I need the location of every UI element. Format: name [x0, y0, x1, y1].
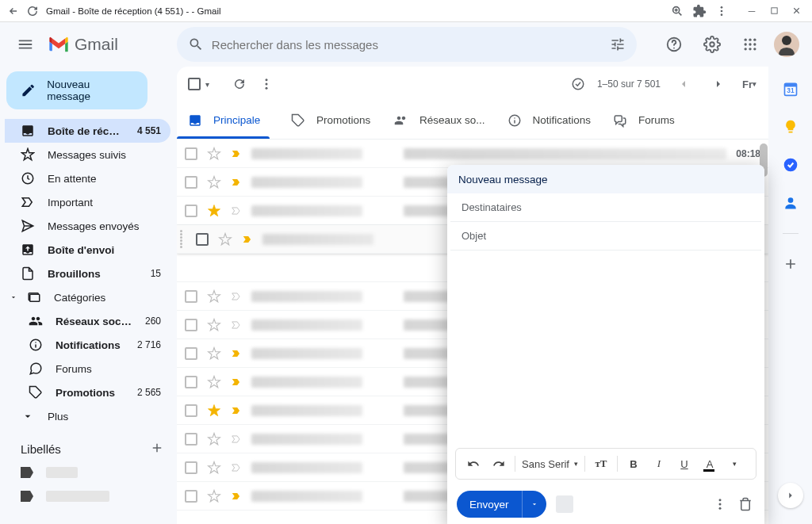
tab-primary[interactable]: Principale	[177, 101, 280, 139]
row-checkbox[interactable]	[185, 433, 197, 446]
important-toggle[interactable]	[231, 491, 242, 502]
important-toggle[interactable]	[231, 348, 242, 359]
search-input[interactable]	[212, 38, 610, 52]
important-toggle[interactable]	[231, 377, 242, 388]
star-toggle[interactable]	[207, 375, 221, 389]
row-checkbox[interactable]	[185, 147, 197, 160]
keep-addon[interactable]	[783, 119, 799, 135]
reload-button[interactable]	[25, 4, 40, 18]
select-all-checkbox[interactable]	[188, 78, 201, 90]
mail-row[interactable]: 08:18	[177, 140, 768, 168]
sidebar-item-outbox[interactable]: Boîte d'envoi	[5, 238, 170, 262]
sidebar-item-updates[interactable]: Notifications 2 716	[5, 333, 170, 357]
row-checkbox[interactable]	[185, 461, 197, 474]
calendar-addon[interactable]: 31	[783, 81, 799, 97]
account-avatar[interactable]	[774, 32, 799, 57]
sidebar-item-important[interactable]: Important	[5, 190, 170, 214]
input-tools-button[interactable]: Fr ▾	[741, 76, 757, 92]
tab-updates[interactable]: Notifications	[496, 101, 603, 139]
back-button[interactable]	[6, 4, 21, 18]
sidebar-item-social[interactable]: Réseaux socia... 260	[5, 309, 170, 333]
main-menu-button[interactable]	[10, 29, 41, 60]
star-toggle[interactable]	[218, 232, 232, 247]
star-toggle[interactable]	[207, 318, 221, 332]
important-toggle[interactable]	[231, 177, 242, 188]
tab-social[interactable]: Réseaux so...	[383, 101, 496, 139]
row-checkbox[interactable]	[185, 490, 197, 503]
search-options-icon[interactable]	[610, 36, 626, 52]
search-bar[interactable]	[177, 27, 637, 62]
hide-sidepanel-button[interactable]	[778, 483, 803, 508]
sidebar-item-more[interactable]: Plus	[5, 404, 170, 428]
italic-button[interactable]: I	[649, 454, 668, 473]
sidebar-item-drafts[interactable]: Brouillons 15	[5, 262, 170, 285]
row-checkbox[interactable]	[185, 205, 197, 217]
offline-icon[interactable]	[570, 76, 586, 92]
sidebar-item-promotions[interactable]: Promotions 2 565	[5, 381, 170, 404]
compose-button[interactable]: Nouveau message	[6, 71, 147, 109]
row-checkbox[interactable]	[185, 404, 197, 417]
star-toggle[interactable]	[207, 204, 221, 218]
apps-button[interactable]	[736, 30, 764, 59]
star-toggle[interactable]	[207, 404, 221, 418]
send-options-arrow[interactable]	[522, 491, 546, 518]
star-toggle[interactable]	[207, 175, 221, 189]
support-button[interactable]	[660, 30, 688, 59]
important-toggle[interactable]	[231, 405, 242, 416]
discard-button[interactable]	[736, 495, 755, 514]
important-toggle[interactable]	[231, 434, 242, 445]
row-checkbox[interactable]	[185, 319, 197, 331]
row-checkbox[interactable]	[185, 347, 197, 360]
more-options-button[interactable]	[710, 495, 730, 514]
sidebar-item-snoozed[interactable]: En attente	[5, 166, 170, 190]
star-toggle[interactable]	[207, 432, 221, 446]
tab-promotions[interactable]: Promotions	[280, 101, 383, 139]
important-toggle[interactable]	[231, 319, 242, 331]
contacts-addon[interactable]	[783, 195, 799, 211]
undo-button[interactable]	[464, 454, 483, 473]
row-checkbox[interactable]	[185, 290, 197, 303]
maximize-button[interactable]	[764, 2, 783, 21]
compose-header[interactable]: Nouveau message	[447, 165, 764, 193]
important-toggle[interactable]	[231, 291, 242, 302]
recipients-field[interactable]: Destinataires	[450, 193, 761, 222]
tasks-addon[interactable]	[783, 157, 799, 173]
label-item[interactable]	[5, 484, 177, 508]
prev-page-button[interactable]	[672, 72, 695, 96]
settings-button[interactable]	[698, 30, 726, 59]
minimize-button[interactable]: ─	[742, 2, 761, 21]
send-button[interactable]: Envoyer	[457, 491, 546, 518]
font-selector[interactable]: Sans Serif▾	[522, 458, 578, 470]
close-window-button[interactable]	[787, 2, 806, 21]
drag-handle[interactable]	[180, 230, 186, 248]
extensions-icon[interactable]	[690, 2, 709, 21]
row-checkbox[interactable]	[185, 376, 197, 388]
add-label-button[interactable]	[150, 441, 164, 457]
font-size-button[interactable]: тT	[592, 454, 611, 473]
compose-body[interactable]	[447, 251, 764, 443]
redo-button[interactable]	[489, 454, 508, 473]
label-item[interactable]	[5, 461, 177, 484]
important-toggle[interactable]	[231, 462, 242, 473]
gmail-logo[interactable]: Gmail	[48, 35, 118, 54]
sidebar-item-inbox[interactable]: Boîte de récepti... 4 551	[5, 119, 170, 143]
sidebar-item-categories[interactable]: Catégories	[5, 285, 170, 309]
zoom-icon[interactable]	[668, 2, 687, 21]
underline-button[interactable]: U	[675, 454, 694, 473]
star-toggle[interactable]	[207, 289, 221, 304]
more-format-button[interactable]: ▾	[726, 454, 745, 473]
refresh-button[interactable]	[232, 76, 247, 92]
star-toggle[interactable]	[207, 489, 221, 503]
star-toggle[interactable]	[207, 461, 221, 475]
more-button[interactable]	[259, 76, 274, 92]
row-checkbox[interactable]	[196, 233, 209, 246]
star-toggle[interactable]	[207, 346, 221, 361]
star-toggle[interactable]	[207, 147, 221, 161]
sidebar-item-sent[interactable]: Messages envoyés	[5, 214, 170, 238]
row-checkbox[interactable]	[185, 176, 197, 189]
sidebar-item-starred[interactable]: Messages suivis	[5, 143, 170, 166]
bold-button[interactable]: B	[624, 454, 643, 473]
next-page-button[interactable]	[707, 72, 730, 96]
get-addons-button[interactable]	[783, 256, 799, 272]
attach-area[interactable]	[556, 495, 573, 513]
